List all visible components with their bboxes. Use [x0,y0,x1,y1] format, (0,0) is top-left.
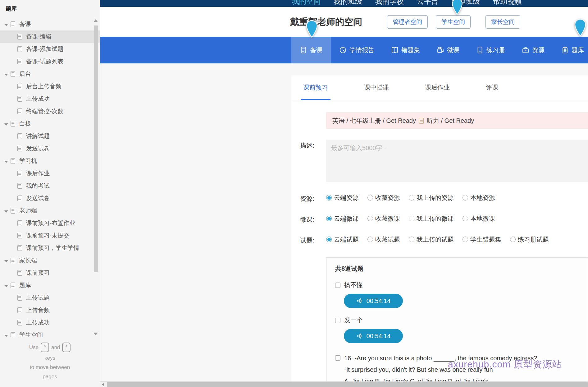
pager-hint-line4: pages [0,372,100,381]
page-tree-item[interactable]: 我的考试 [0,180,100,192]
nav-item-question-bank[interactable]: 题库 [553,37,588,63]
page-tree-item[interactable]: 讲解试题 [0,130,100,142]
expander-triangle-icon[interactable] [3,207,11,214]
topnav-item-my-school[interactable]: 我的学校 [375,0,404,6]
radio-option[interactable]: 云端试题 [326,235,359,244]
scroll-up-arrow-icon[interactable] [93,19,98,22]
page-tree-item[interactable]: 课前预习，学生学情 [0,242,100,254]
radio-option-label: 云端试题 [334,235,359,244]
nav-item-workbook[interactable]: 练习册 [468,37,513,63]
expander-triangle-icon[interactable] [3,21,11,28]
page-tree-item[interactable]: 家长端 [0,254,100,267]
radio-option[interactable]: 学生错题集 [463,235,501,244]
page-tree-item[interactable]: 后台 [0,68,100,80]
radio-option[interactable]: 练习册试题 [510,235,549,244]
expander-triangle-icon[interactable] [3,158,11,164]
page-tree-item[interactable]: 上传成功 [0,93,100,105]
topnav-item-my-class[interactable]: 我的班级 [334,0,362,6]
annotation-pin-icon[interactable] [305,20,319,38]
horizontal-scrollbar-thumb[interactable] [107,382,588,387]
expander-triangle-icon[interactable] [3,71,11,77]
page-tree-item[interactable]: 课后作业 [0,167,100,180]
audio-player-pill[interactable]: 00:54:14 [344,329,403,343]
audio-player-pill[interactable]: 00:54:14 [344,294,403,308]
radio-option[interactable]: 云端微课 [326,214,359,223]
annotation-pin-icon[interactable] [450,0,465,15]
topnav-item-help-video[interactable]: 帮助视频 [493,0,522,6]
radio-icon [326,216,332,221]
page-doc-icon [17,295,22,301]
nav-item-learning-report[interactable]: 学情报告 [331,37,383,63]
expander-triangle-icon[interactable] [3,282,11,289]
question-checkbox[interactable] [335,318,340,323]
page-tree-item[interactable]: 备课-添加试题 [0,43,100,55]
admin-space-button[interactable]: 管理者空间 [387,15,428,29]
page-doc-icon [11,283,15,288]
nav-item-lesson-prep[interactable]: 备课 [291,37,331,63]
horizontal-scrollbar[interactable] [100,381,588,387]
page-tree-item[interactable]: 白板 [0,117,100,130]
page-tree-item[interactable]: 备课-试题列表 [0,55,100,68]
radio-option[interactable]: 我上传的微课 [409,214,454,223]
expander-triangle-icon[interactable] [3,257,11,264]
expander-triangle-icon[interactable] [3,332,11,337]
page-tree-item[interactable]: 发送试卷 [0,192,100,205]
watermark: axurehub.com 原型资源站 [448,358,562,371]
main-area: 我的空间 我的班级 我的学校 云平台 管理班级 帮助视频 戴重辉老师的空间 管理… [100,0,588,387]
expander-triangle-icon[interactable] [3,120,11,127]
page-tree-item[interactable]: 课前预习-布置作业 [0,217,100,229]
radio-option-label: 我上传的资源 [417,194,454,202]
tab-lesson-review[interactable]: 评课 [483,76,501,100]
page-tree-item[interactable]: 备课-编辑 [0,30,100,43]
tab-in-class-teaching[interactable]: 课中授课 [362,76,391,100]
radio-icon [326,237,332,242]
scroll-down-arrow-icon[interactable] [93,333,98,335]
page-doc-icon [11,208,15,214]
radio-option[interactable]: 我上传的资源 [409,194,454,202]
page-tree-item-label: 讲解试题 [26,132,50,140]
page-tree-item[interactable]: 课前预习-未提交 [0,229,100,242]
radio-option[interactable]: 收藏微课 [367,214,400,223]
page-tree: 备课 备课-编辑 备课-添加试题 备课-试题列表 后台 后台上传音频 [0,18,100,337]
topnav-item-cloud-platform[interactable]: 云平台 [417,0,438,6]
nav-item-resources[interactable]: 资源 [513,37,553,63]
page-doc-icon [17,320,22,325]
page-tree-item[interactable]: 上传成功 [0,316,100,329]
radio-option[interactable]: 云端资源 [326,194,359,202]
page-tree-item[interactable]: 题库 [0,279,100,292]
topnav-item-my-space[interactable]: 我的空间 [292,0,321,6]
question-checkbox[interactable] [335,283,340,288]
radio-option[interactable]: 本地资源 [463,194,495,202]
nav-item-micro-lesson[interactable]: 微课 [428,37,468,63]
question-checkbox[interactable] [335,355,340,361]
page-tree-item[interactable]: 课前预习 [0,267,100,279]
page-tree-item[interactable]: 学生空间 [0,329,100,337]
page-tree-item[interactable]: 发送试卷 [0,142,100,155]
parent-space-button[interactable]: 家长空间 [485,15,520,29]
navbar-spacer [100,37,291,63]
page-tree-sidebar: 题库 备课 备课-编辑 备课-添加试题 备课-试题列表 后台 [0,0,100,387]
radio-option[interactable]: 我上传的试题 [409,235,454,244]
page-tree-item[interactable]: 后台上传音频 [0,80,100,93]
page-tree-item[interactable]: 上传音频 [0,304,100,316]
sidebar-scrollbar-thumb[interactable] [94,25,98,272]
chapter-doc-icon [419,118,424,124]
page-tree-item[interactable]: 上传试题 [0,292,100,304]
page-tree-item[interactable]: 终端管控-次数 [0,105,100,117]
page-tree-item[interactable]: 学习机 [0,155,100,167]
tab-pre-class-preview[interactable]: 课前预习 [301,76,330,100]
page-tree-item[interactable]: 老师端 [0,205,100,217]
radio-option[interactable]: 收藏资源 [367,194,400,202]
radio-option[interactable]: 本地微课 [463,214,495,223]
nav-item-wrong-question-set[interactable]: 错题集 [383,37,428,63]
breadcrumb-prefix: 英语 / 七年级上册 / Get Ready [332,117,416,125]
scroll-left-arrow-icon[interactable] [102,383,104,386]
tab-after-class-homework[interactable]: 课后作业 [422,76,452,100]
description-input[interactable] [326,140,588,182]
radio-option[interactable]: 收藏试题 [367,235,400,244]
notebook-icon [476,46,484,54]
annotation-pin-icon[interactable] [573,19,587,37]
page-tree-item[interactable]: 备课 [0,18,100,30]
phase-tabs: 课前预习 课中授课 课后作业 评课 [291,76,588,100]
student-space-button[interactable]: 学生空间 [436,15,471,29]
